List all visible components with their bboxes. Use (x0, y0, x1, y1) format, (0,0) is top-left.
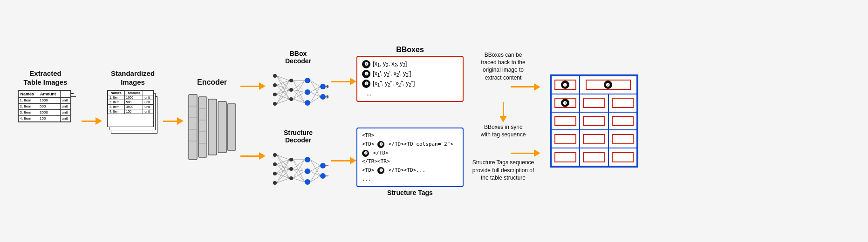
arrow-head-out-bbox (350, 78, 356, 85)
arrow-line-to-grid (511, 86, 534, 87)
arrow-head-bbox (259, 82, 266, 90)
down-arrow-head (499, 116, 507, 122)
svg-line-38 (293, 81, 305, 92)
structure-decoder: StructureDecoder (266, 129, 331, 192)
svg-point-21 (305, 89, 310, 95)
grid-cell-r4c2 (580, 130, 608, 148)
grid-cell-inner-r5c2 (583, 152, 605, 162)
arrow-2 (163, 117, 184, 125)
std-stack: Names Amount 1. Item1000unit 2. Item500u… (107, 90, 158, 174)
svg-point-22 (305, 100, 310, 106)
svg-point-55 (273, 162, 277, 166)
arrow-head-struct (259, 152, 266, 160)
section-grid: ❶ ❷ ❸ (543, 74, 645, 168)
section-outputs: BBoxes ❶ [x1, y2, x2, y2] ❷ [x1', y2', x… (356, 33, 464, 209)
grid-cell-inner-r5c1 (554, 152, 576, 162)
encoder-visual (186, 90, 238, 164)
arrow-head-to-grid (534, 83, 540, 91)
arrow-line-2 (163, 121, 177, 122)
arrow-line-struct (240, 155, 259, 157)
grid-circle-1: ❶ (561, 81, 569, 89)
bbox-item-2: ❷ [x1', y2', x2', y2'] (362, 69, 458, 79)
encoder-svg (186, 92, 238, 162)
middle-sync-annotation: BBoxes in syncwith tag sequence (466, 102, 540, 138)
svg-line-79 (293, 160, 305, 171)
grid-cell-inner-r3c1 (554, 116, 576, 126)
grid-cell-inner-r3c2 (583, 116, 605, 126)
grid-cell-inner-r5c3 (612, 152, 634, 162)
svg-line-85 (293, 171, 305, 178)
grid-cell-r2c2 (580, 94, 608, 112)
svg-point-64 (320, 163, 326, 168)
grid-cell-inner-r1c1: ❶ (554, 80, 576, 90)
std-table: Names Amount 1. Item1000unit 2. Item500u… (108, 90, 153, 114)
grid-cell-r5c3 (608, 148, 637, 166)
col-amount: Amount (38, 90, 60, 97)
sync-annotation: BBoxes in syncwith tag sequence (481, 124, 526, 138)
struct-item-3: </TR><TR> (362, 157, 458, 166)
struct-item-4: <TD> ❸ </TD><TD>... (362, 166, 458, 175)
svg-point-23 (320, 84, 326, 89)
bbox-item-3: ❸ [x1", y2", x2", y2"] (362, 79, 458, 89)
arrow-head-out-struct (350, 157, 356, 164)
arrow-line-out-struct (331, 160, 350, 161)
arrow-1 (82, 117, 103, 125)
arrow-line-to-grid-b (511, 153, 534, 154)
arrow-to-grid-top (466, 83, 540, 91)
arrow-head-1 (96, 117, 102, 125)
diagram-container: Extracted Table Images Names Amount (0, 0, 868, 242)
struct-item-2: <TD> ❶ </TD><TD colspan="2"> ❷ </TD> (362, 140, 458, 157)
svg-point-24 (320, 94, 326, 100)
grid-cell-inner-r2c3 (612, 98, 634, 108)
decoder-output-arrows (331, 42, 356, 200)
circle-num-2: ❷ (362, 70, 370, 78)
svg-rect-2 (208, 99, 217, 155)
svg-point-15 (273, 93, 277, 96)
svg-point-65 (320, 173, 326, 179)
structure-tags-label: Structure Tags (356, 189, 464, 196)
grid-cell-inner-r1c2: ❷ (586, 80, 631, 90)
table-row: 1. Item1000unit (108, 95, 153, 100)
arrow-head-to-grid-b (534, 149, 540, 157)
table-row: 1. Item1000unit (18, 97, 70, 103)
down-arrow (499, 102, 507, 122)
col-unit-header (60, 90, 70, 97)
svg-point-58 (289, 158, 293, 161)
structure-tags-section: <TR> <TD> ❶ </TD><TD colspan="2"> ❷ </TD… (356, 128, 464, 196)
bboxes-section: BBoxes ❶ [x1, y2, x2, y2] ❷ [x1', y2', x… (356, 46, 464, 102)
svg-point-60 (289, 176, 293, 180)
grid-cell-r4c1 (551, 130, 580, 148)
arrow-orange-1 (82, 117, 102, 125)
structure-tags-annotation: Structure Tags sequenceprovide full desc… (472, 159, 534, 182)
svg-point-18 (289, 88, 293, 92)
svg-rect-0 (189, 94, 197, 160)
grid-cell-inner-r2c2 (583, 98, 605, 108)
arrow-to-struct (240, 152, 266, 160)
grid-cell-r4c3 (608, 130, 637, 148)
svg-point-61 (305, 157, 310, 162)
arrow-line-1 (82, 121, 96, 122)
grid-cell-inner-r4c2 (583, 134, 605, 144)
svg-line-44 (293, 92, 305, 99)
table-row: 2. Item500unit (18, 103, 70, 109)
std-card-main: Names Amount 1. Item1000unit 2. Item500u… (107, 90, 154, 127)
table-row: 4. Item150unit (108, 109, 153, 114)
bbox-decoder-nn (268, 67, 328, 113)
svg-line-92 (310, 176, 320, 182)
grid-cell-r2c1: ❸ (551, 94, 580, 112)
structure-decoder-label: StructureDecoder (284, 129, 313, 144)
circle-2-struct: ❷ (362, 150, 369, 157)
grid-cell-r1c1: ❶ (551, 76, 580, 94)
section-extracted: Extracted Table Images Names Amount (9, 69, 82, 174)
bottom-annotation: Structure Tags sequenceprovide full desc… (466, 149, 540, 182)
table-row: 2. Item500unit (108, 100, 153, 104)
bbox-decoder-label: BBoxDecoder (285, 50, 311, 65)
table-row: 3. Item3500unit (108, 104, 153, 109)
col-names: Names (18, 90, 38, 97)
circle-num-3: ❸ (362, 80, 370, 88)
svg-point-54 (273, 153, 277, 157)
arrow-line-bbox (240, 86, 259, 87)
svg-point-17 (289, 79, 293, 82)
section-standardized: StandardizedImages Names Amount 1. I (103, 69, 163, 174)
circle-3-struct: ❸ (377, 167, 384, 174)
